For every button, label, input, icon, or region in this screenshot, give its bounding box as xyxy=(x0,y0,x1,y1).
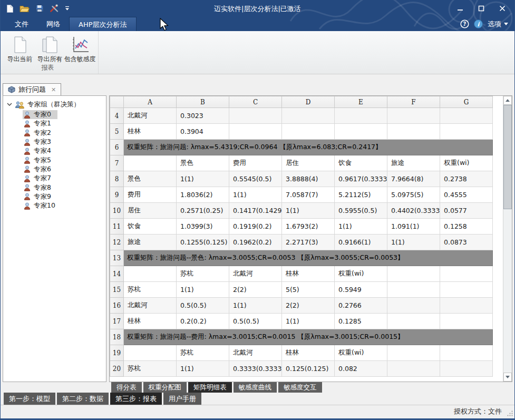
sheet-cell[interactable]: 景色 xyxy=(177,155,229,171)
sheet-cell[interactable]: 0.4555 xyxy=(440,187,493,203)
report-tab-1[interactable]: 权重分配图 xyxy=(143,382,187,393)
sheet-cell[interactable]: 0.3904 xyxy=(177,124,229,140)
column-header-F[interactable]: F xyxy=(387,96,440,108)
sheet-cell[interactable]: 旅途 xyxy=(124,235,177,250)
column-header-B[interactable]: B xyxy=(177,96,229,108)
sheet-cell[interactable]: 居住 xyxy=(282,155,335,171)
sheet-cell[interactable]: 0.0577 xyxy=(440,203,493,219)
help-icon[interactable]: ? xyxy=(460,19,469,28)
sheet-cell[interactable]: 1(1) xyxy=(282,203,335,219)
sheet-cell[interactable]: 桂林 xyxy=(282,345,335,361)
tree-root-expert-group[interactable]: 专家组（群决策） xyxy=(3,100,106,110)
ribbon-tab-network[interactable]: 网络 xyxy=(37,17,69,31)
report-tab-2[interactable]: 矩阵明细表 xyxy=(188,382,232,393)
sheet-cell[interactable]: 0.1417(0.1429) xyxy=(229,203,282,219)
sheet-cell[interactable] xyxy=(282,108,335,124)
include-sensitivity-button[interactable]: 包含敏感度 xyxy=(65,34,95,64)
sheet-cell[interactable]: 饮食 xyxy=(335,155,387,171)
sheet-cell[interactable]: 权重(wi) xyxy=(335,345,387,361)
sheet-cell[interactable]: 0.1919(0.2) xyxy=(229,219,282,235)
row-header-5[interactable]: 5 xyxy=(110,124,124,140)
sheet-cell[interactable]: 1.0399(3) xyxy=(177,219,229,235)
sheet-cell[interactable] xyxy=(387,282,440,298)
sheet-cell[interactable]: 0.2(0.2) xyxy=(177,314,229,329)
sheet-cell[interactable] xyxy=(387,314,440,329)
close-tab-icon[interactable]: ✕ xyxy=(49,86,56,93)
step-tab-3[interactable]: 用户手册 xyxy=(163,393,201,405)
sheet-cell[interactable]: 权重(wi) xyxy=(335,266,387,282)
sheet-cell[interactable] xyxy=(440,345,493,361)
sheet-cell[interactable] xyxy=(335,108,387,124)
sheet-cell[interactable]: 2.2717(3) xyxy=(282,235,335,250)
step-tab-2[interactable]: 第三步：报表 xyxy=(110,393,162,405)
row-header-16[interactable]: 16 xyxy=(110,298,124,314)
sheet-cell[interactable]: 7.9664(8) xyxy=(387,171,440,187)
document-tab-travel-problem[interactable]: 旅行问题 ✕ xyxy=(3,83,61,95)
export-all-button[interactable]: 导出所有 xyxy=(35,34,65,64)
sheet-cell[interactable]: 0.2738 xyxy=(440,171,493,187)
sheet-cell[interactable] xyxy=(282,124,335,140)
weight-matrix-band[interactable]: 权重矩阵：旅游问题: λmax=5.4319;CR=0.0964 【原λmax=… xyxy=(124,140,493,155)
sheet-cell[interactable] xyxy=(440,282,493,298)
sheet-cell[interactable]: 桂林 xyxy=(282,266,335,282)
row-header-19[interactable]: 19 xyxy=(110,345,124,361)
sheet-cell[interactable]: 0.5(0.5) xyxy=(229,314,282,329)
sheet-cell[interactable]: 0.0873 xyxy=(440,235,493,250)
column-header-D[interactable]: D xyxy=(282,96,335,108)
sheet-cell[interactable]: 北戴河 xyxy=(124,108,177,124)
sheet-cell[interactable]: 3.8888(4) xyxy=(282,171,335,187)
row-header-18[interactable]: 18 xyxy=(110,329,124,345)
sheet-cell[interactable]: 1(1) xyxy=(387,235,440,250)
sheet-cell[interactable] xyxy=(440,314,493,329)
sheet-cell[interactable]: 1(1) xyxy=(177,361,229,377)
step-tab-1[interactable]: 第二步：数据 xyxy=(57,393,109,405)
sheet-cell[interactable]: 0.5955(0.5) xyxy=(335,203,387,219)
sheet-cell[interactable]: 北戴河 xyxy=(124,298,177,314)
sheet-cell[interactable] xyxy=(124,155,177,171)
ribbon-tab-file[interactable]: 文件 xyxy=(6,17,37,31)
row-header-11[interactable]: 11 xyxy=(110,219,124,235)
sheet-cell[interactable]: 0.1285 xyxy=(335,314,387,329)
row-header-7[interactable]: 7 xyxy=(110,155,124,171)
row-header-20[interactable]: 20 xyxy=(110,361,124,377)
sheet-cell[interactable]: 0.2571(0.25) xyxy=(177,203,229,219)
row-header-13[interactable]: 13 xyxy=(110,250,124,266)
sheet-cell[interactable]: 0.5(0.5) xyxy=(177,298,229,314)
sheet-cell[interactable]: 1.091(1) xyxy=(387,219,440,235)
column-header-E[interactable]: E xyxy=(335,96,387,108)
save-file-button[interactable] xyxy=(35,4,44,13)
sheet-cell[interactable]: 1(1) xyxy=(177,282,229,298)
row-header-10[interactable]: 10 xyxy=(110,203,124,219)
report-tab-3[interactable]: 敏感度曲线 xyxy=(234,382,277,393)
sheet-cell[interactable] xyxy=(229,124,282,140)
sheet-cell[interactable]: 费用 xyxy=(229,155,282,171)
sheet-cell[interactable]: 景色 xyxy=(124,171,177,187)
sheet-cell[interactable] xyxy=(387,361,440,377)
sheet-cell[interactable]: 苏杭 xyxy=(177,266,229,282)
sheet-cell[interactable]: 1(1) xyxy=(229,187,282,203)
vertical-scrollbar[interactable] xyxy=(503,96,512,382)
sheet-cell[interactable]: 0.2766 xyxy=(335,298,387,314)
sheet-cell[interactable]: 0.3023 xyxy=(177,108,229,124)
row-header-9[interactable]: 9 xyxy=(110,187,124,203)
tools-button[interactable] xyxy=(50,4,59,13)
sheet-cell[interactable]: 1.8036(2) xyxy=(177,187,229,203)
sheet-cell[interactable]: 饮食 xyxy=(124,219,177,235)
tree-item-expert-6[interactable]: 专家6 xyxy=(23,165,57,174)
sheet-cell[interactable]: 桂林 xyxy=(124,124,177,140)
sheet-cell[interactable] xyxy=(440,298,493,314)
sheet-cell[interactable]: 1.6793(2) xyxy=(282,219,335,235)
sheet-cell[interactable]: 旅途 xyxy=(387,155,440,171)
sheet-cell[interactable] xyxy=(229,108,282,124)
sheet-cell[interactable]: 1(1) xyxy=(335,219,387,235)
tree-item-expert-9[interactable]: 专家9 xyxy=(23,192,57,201)
quick-access-more-button[interactable] xyxy=(65,6,70,11)
weight-matrix-band[interactable]: 权重矩阵：旅游问题--景色: λmax=3.0055;CR=0.0053 【原λ… xyxy=(124,250,493,266)
sheet-cell[interactable] xyxy=(440,266,493,282)
column-header-C[interactable]: C xyxy=(229,96,282,108)
export-current-button[interactable]: 导出当前 xyxy=(5,34,35,64)
sheet-cell[interactable]: 5.2112(5) xyxy=(335,187,387,203)
sheet-cell[interactable] xyxy=(124,345,177,361)
sheet-cell[interactable] xyxy=(387,345,440,361)
sheet-cell[interactable]: 北戴河 xyxy=(229,345,282,361)
